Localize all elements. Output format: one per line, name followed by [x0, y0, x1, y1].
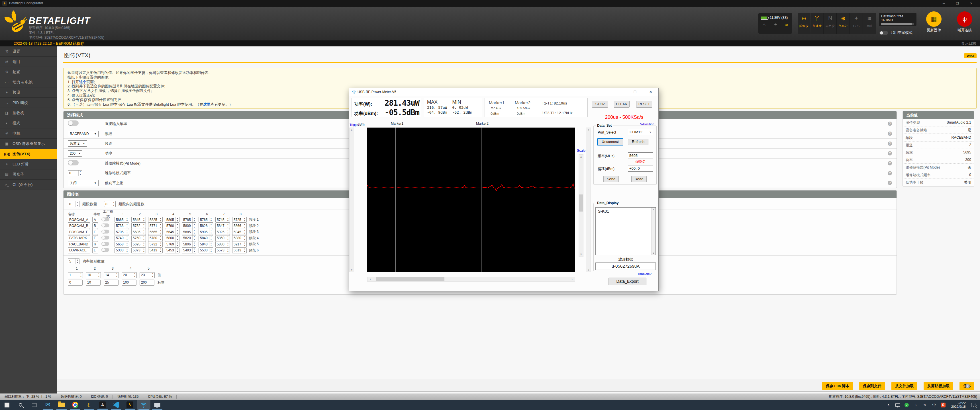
freq-stepper-input[interactable]	[199, 217, 209, 222]
toggle-维修站模式(Pit Mode)[interactable]	[68, 160, 79, 165]
stepper-维修站模式频率-input[interactable]	[68, 170, 78, 176]
notification-icon[interactable]: 1	[970, 403, 977, 407]
freq-stepper[interactable]: ▲▼	[148, 223, 163, 229]
freq-stepper[interactable]: ▲▼	[232, 217, 247, 222]
sidebar-item-预设[interactable]: ✶预设	[0, 87, 57, 98]
freq-stepper[interactable]: ▲▼	[199, 235, 213, 241]
taskbar-app-rf-meter[interactable]	[137, 400, 150, 410]
freq-stepper[interactable]: ▲▼	[215, 241, 230, 247]
freq-stepper-input[interactable]	[132, 229, 142, 235]
freq-stepper[interactable]: ▲▼	[232, 223, 247, 229]
factory-mode-toggle[interactable]	[102, 242, 109, 246]
meter-titlebar[interactable]: USB-RF-Power-Meter-V5 ─ ☐ ✕	[349, 88, 659, 96]
band-letter-input[interactable]	[92, 229, 98, 235]
freq-stepper[interactable]: ▲▼	[131, 229, 146, 235]
freq-stepper[interactable]: ▲▼	[165, 217, 180, 222]
factory-mode-toggle[interactable]	[102, 248, 109, 252]
help-icon[interactable]: ?	[888, 171, 892, 175]
freq-stepper[interactable]: ▲▼	[165, 241, 180, 247]
freq-stepper-input[interactable]	[165, 242, 175, 247]
band-name-input[interactable]	[68, 229, 90, 235]
freq-stepper[interactable]: ▲▼	[199, 241, 213, 247]
power-value-stepper[interactable]: ▲▼	[140, 272, 155, 278]
freq-stepper-input[interactable]	[115, 248, 125, 253]
sidebar-item-接收机[interactable]: ◨接收机	[0, 108, 57, 118]
freq-stepper-input[interactable]	[132, 235, 142, 241]
update-firmware-button[interactable]: ▦	[926, 11, 942, 27]
freq-stepper[interactable]: ▲▼	[115, 235, 129, 241]
freq-stepper-input[interactable]	[182, 229, 192, 235]
freq-stepper-input[interactable]	[232, 248, 243, 253]
sidebar-item-模式[interactable]: ◐模式	[0, 118, 57, 129]
freq-stepper-input[interactable]	[232, 223, 243, 229]
sidebar-item-CLI(命令行)[interactable]: >_CLI(命令行)	[0, 180, 57, 190]
tray-sogou-icon[interactable]: S	[939, 403, 947, 407]
send-button[interactable]: Send	[603, 176, 619, 182]
freq-stepper[interactable]: ▲▼	[131, 217, 146, 222]
select-低功率上锁[interactable]: 关闭▼	[68, 180, 99, 186]
freq-stepper-input[interactable]	[182, 217, 192, 222]
sidebar-item-配置[interactable]: ⚙配置	[0, 67, 57, 77]
taskbar-app-start[interactable]	[0, 400, 14, 410]
taskbar-app-gold-app[interactable]: Ɛ	[82, 400, 96, 410]
power-value-stepper-input[interactable]	[122, 272, 133, 278]
freq-stepper[interactable]: ▲▼	[165, 248, 180, 253]
help-icon[interactable]: ?	[888, 132, 892, 136]
freq-stepper-input[interactable]	[132, 217, 142, 222]
freq-stepper-input[interactable]	[148, 235, 159, 241]
freq-stepper-input[interactable]	[199, 223, 209, 229]
freq-stepper-input[interactable]	[115, 229, 125, 235]
freq-stepper[interactable]: ▲▼	[115, 229, 129, 235]
freq-stepper[interactable]: ▲▼	[148, 229, 163, 235]
sidebar-item-动力 & 电池[interactable]: ▭动力 & 电池	[0, 77, 57, 87]
freq-stepper[interactable]: ▲▼	[115, 217, 129, 222]
sidebar-item-设置[interactable]: ⚒设置	[0, 46, 57, 57]
frequency-input[interactable]	[628, 153, 653, 159]
help-icon[interactable]: ?	[888, 161, 892, 165]
sidebar-item-黑盒子[interactable]: ▤黑盒子	[0, 169, 57, 180]
freq-stepper-input[interactable]	[182, 235, 192, 241]
freq-stepper[interactable]: ▲▼	[165, 235, 180, 241]
port-select-combo[interactable]: COM12∨	[628, 129, 653, 135]
freq-stepper[interactable]: ▲▼	[232, 241, 247, 247]
help-icon[interactable]: ?	[966, 384, 970, 388]
close-button[interactable]: ✕	[965, 0, 978, 7]
bands-count-stepper[interactable]: ▲▼	[68, 201, 80, 207]
freq-stepper-input[interactable]	[182, 248, 192, 253]
clear-button[interactable]: CLEAR	[614, 101, 630, 108]
freq-stepper-input[interactable]	[132, 242, 142, 247]
freq-stepper[interactable]: ▲▼	[131, 241, 146, 247]
freq-stepper[interactable]: ▲▼	[199, 223, 213, 229]
data-display-list[interactable]: S-K01 ∧∨	[595, 207, 656, 255]
reset-button[interactable]: RESET	[636, 101, 652, 108]
factory-mode-toggle[interactable]	[102, 224, 109, 227]
tray-network-icon[interactable]	[894, 404, 902, 407]
freq-stepper[interactable]: ▲▼	[148, 248, 163, 253]
select-频道[interactable]: 频道 2▼	[68, 140, 87, 147]
power-levels-count-stepper[interactable]: ▲▼	[68, 258, 80, 264]
band-letter-input[interactable]	[92, 235, 98, 241]
freq-stepper[interactable]: ▲▼	[148, 241, 163, 247]
freq-stepper-input[interactable]	[232, 217, 243, 222]
sidebar-item-图传(VTX)[interactable]: ((•))图传(VTX)	[0, 149, 57, 159]
taskbar-clock[interactable]: 23:22 2022/9/18	[948, 401, 969, 408]
action-button-从剪贴板加载[interactable]: 从剪贴板加载	[924, 382, 953, 390]
freq-stepper-input[interactable]	[148, 242, 159, 247]
factory-mode-toggle[interactable]	[102, 217, 109, 221]
freq-stepper-input[interactable]	[199, 229, 209, 235]
freq-stepper-input[interactable]	[216, 248, 226, 253]
select-频段[interactable]: RACEBAND▼	[68, 131, 99, 137]
freq-stepper-input[interactable]	[165, 235, 175, 241]
freq-stepper-input[interactable]	[199, 235, 209, 241]
freq-stepper-input[interactable]	[216, 229, 226, 235]
note-link[interactable]: 这里	[203, 102, 210, 106]
note-link[interactable]: 这个	[79, 80, 86, 84]
taskbar-app-vscode[interactable]	[110, 400, 123, 410]
data-export-button[interactable]: Data_Export	[609, 278, 646, 285]
freq-stepper[interactable]: ▲▼	[182, 248, 196, 253]
power-value-stepper-input[interactable]	[104, 272, 115, 278]
freq-stepper-input[interactable]	[199, 248, 209, 253]
meter-maximize-button[interactable]: ☐	[630, 88, 640, 96]
power-value-stepper[interactable]: ▲▼	[122, 272, 137, 278]
power-value-stepper[interactable]: ▲▼	[68, 272, 83, 278]
